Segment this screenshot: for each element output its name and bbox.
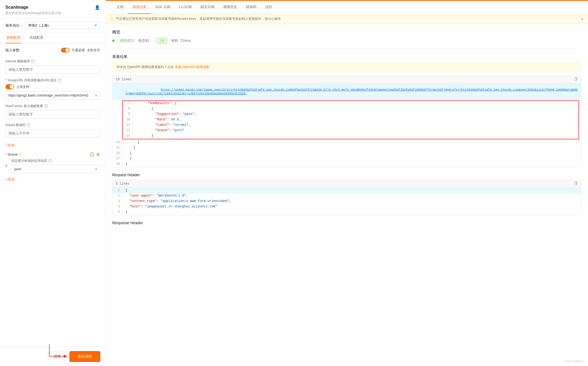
- ln7: 7: [123, 101, 133, 106]
- req-line-5: 5 }: [113, 210, 581, 215]
- req-ln3: 3: [113, 199, 122, 204]
- scene-title: * 概览Scene: [5, 152, 18, 156]
- url-clear-icon[interactable]: ✕: [95, 93, 98, 98]
- tab-params[interactable]: 参数配置: [5, 33, 22, 43]
- interval-field-group: Interval 截帧频率 ?: [5, 59, 100, 74]
- scene-actions: 📋 🗑: [89, 152, 100, 156]
- watermark: CSDN 码栈中心: [564, 359, 585, 363]
- toggle-label: 只看必填: [72, 48, 85, 53]
- service-label: 服务地址：: [5, 23, 23, 28]
- tab-docs[interactable]: 文档: [112, 1, 128, 14]
- code-line-16: 16 ]: [113, 151, 581, 156]
- ln13: 13: [123, 133, 133, 139]
- ln14: 14: [113, 140, 122, 145]
- ln9: 9: [123, 112, 133, 117]
- divider1: [112, 49, 581, 49]
- scene-copy-icon[interactable]: 📋: [89, 152, 94, 156]
- ln10: 10: [123, 117, 133, 123]
- ln17: 17: [113, 156, 122, 162]
- user-icon[interactable]: 👤: [95, 5, 100, 10]
- maxframes-input[interactable]: [5, 110, 100, 118]
- tab-related[interactable]: 相关示例: [196, 1, 219, 14]
- code-line-18: 18 }: [113, 162, 581, 167]
- left-panel: ScanImage 图片内容安全ScanImage的语法及示例 👤 服务地址： …: [0, 0, 106, 366]
- highlighted-json-box: 7 "SubResults": [ 8 { 9 "Suggestion": [122, 100, 579, 139]
- req-code-header: 5 lines 🗍: [113, 180, 581, 188]
- tab-flow[interactable]: 流控: [261, 1, 277, 14]
- request-header-block: 5 lines 🗍 1 { 2 "user-agent": "Workbench…: [112, 180, 581, 215]
- ln16: 16: [113, 151, 122, 156]
- ln18: 18: [113, 162, 122, 167]
- req-line-2: 2 "user-agent": "Workbench/1.0",: [113, 193, 581, 199]
- status-row: 调用成功 状态码： 200 耗时: 724ms: [112, 38, 581, 43]
- service-row: 服务地址： 华东2（上海）: [0, 18, 105, 33]
- maxframes-help-icon[interactable]: ?: [44, 104, 48, 108]
- code-line-11: 11 "Label": "normal",: [123, 123, 579, 128]
- add-fields-btn[interactable]: +添加: [5, 143, 15, 148]
- left-body: 输入参数 只看必填 参数推荐 Interval 截帧频率 ?: [0, 43, 105, 347]
- scene-input[interactable]: [11, 165, 100, 173]
- upload-label: 上传文件: [16, 85, 29, 89]
- scene-help-icon[interactable]: ?: [48, 159, 52, 163]
- required-toggle[interactable]: [61, 48, 70, 53]
- tab-cli[interactable]: CLI示例: [175, 1, 196, 14]
- tab-advanced[interactable]: 高级配置: [28, 33, 44, 43]
- clear-button[interactable]: 清空: [48, 352, 66, 361]
- scene-index: 0: [5, 164, 10, 168]
- ln12: 12: [123, 128, 133, 133]
- service-select[interactable]: 华东2（上海）: [25, 22, 100, 29]
- alert-text: 平台通过已登录用户信息获取当前账号临时Access Keys、发起调用可能对当前…: [116, 17, 281, 21]
- ln15: 15: [113, 145, 122, 151]
- right-panel: 文档 调用结果 SDK 示例 CLI示例 相关示例 调用历史 错误码 流控 ⚠ …: [106, 0, 588, 366]
- code-line-17: 17 }: [113, 156, 581, 162]
- imageurl-input[interactable]: [5, 91, 100, 99]
- right-tabs: 文档 调用结果 SDK 示例 CLI示例 相关示例 调用历史 错误码 流控: [106, 1, 588, 14]
- tab-errors[interactable]: 错误码: [242, 1, 261, 14]
- imageurl-help-icon[interactable]: ?: [58, 79, 62, 82]
- code-line-url: https://gimg2.baidu.com/image_search/src…: [113, 84, 581, 100]
- dataid-input[interactable]: [5, 129, 100, 137]
- alert-icon: ⚠: [110, 17, 114, 21]
- line-num-url: [113, 84, 122, 100]
- result-hint: 对本次 OpenAPI 调用结果有疑问？点击 查看 OpenAPI 使用诊断: [112, 62, 581, 72]
- interval-input[interactable]: [5, 65, 100, 74]
- tab-history[interactable]: 调用历史: [219, 1, 242, 14]
- req-code-content: 1 { 2 "user-agent": "Workbench/1.0", 3 "…: [113, 188, 581, 215]
- params-recommend[interactable]: 参数推荐: [87, 48, 100, 53]
- upload-toggle-knob: [10, 85, 14, 89]
- request-header-title: Request Header: [112, 173, 581, 177]
- copy-icon[interactable]: 🗍: [574, 77, 578, 82]
- app-title: ScanImage: [5, 5, 61, 10]
- tab-results[interactable]: 调用结果: [128, 1, 151, 14]
- toggle-row: 只看必填 参数推荐: [61, 48, 100, 53]
- scene-delete-icon[interactable]: 🗑: [96, 152, 100, 156]
- status-dot: [112, 40, 114, 42]
- result-title: 查看结果: [112, 54, 581, 59]
- scene-clear-icon[interactable]: ✕: [95, 167, 98, 171]
- scene-input-wrapper: ✕: [11, 165, 100, 173]
- response-header-title: Response Header: [112, 221, 581, 225]
- scene-count: 1: [20, 152, 21, 156]
- scene-desc: 指定图片检测的应用场景 ?: [11, 159, 100, 163]
- hint-link[interactable]: 查看 OpenAPI 使用诊断: [175, 65, 209, 69]
- left-header: ScanImage 图片内容安全ScanImage的语法及示例 👤: [0, 0, 105, 18]
- alert-close-icon[interactable]: ✕: [581, 17, 584, 21]
- code-line-10: 10 "Rate": 99.9,: [123, 117, 579, 123]
- add-scene-btn[interactable]: +添加: [5, 177, 15, 182]
- dataid-help-icon[interactable]: ?: [27, 123, 31, 127]
- upload-file-toggle[interactable]: [5, 84, 14, 89]
- req-ln2: 2: [113, 193, 122, 199]
- alert-bar: ⚠ 平台通过已登录用户信息获取当前账号临时Access Keys、发起调用可能对…: [106, 14, 588, 24]
- invoke-button[interactable]: 发起调用: [70, 351, 100, 362]
- url-link[interactable]: https://gimg2.baidu.com/image_search/src…: [126, 88, 578, 95]
- interval-help-icon[interactable]: ?: [31, 60, 35, 63]
- code-header: 18 lines 🗍: [113, 76, 581, 84]
- scene-item: 0 指定图片检测的应用场景 ? ✕: [5, 159, 100, 173]
- req-copy-icon[interactable]: 🗍: [574, 182, 578, 186]
- tab-sdk[interactable]: SDK 示例: [151, 1, 175, 14]
- maxframes-field-group: MaxFrames 最大截帧数量 ?: [5, 104, 100, 118]
- upload-toggle: 上传文件: [5, 84, 100, 89]
- response-header-section: Response Header: [112, 221, 581, 225]
- req-ln5: 5: [113, 210, 122, 215]
- req-line-1: 1 {: [113, 188, 581, 193]
